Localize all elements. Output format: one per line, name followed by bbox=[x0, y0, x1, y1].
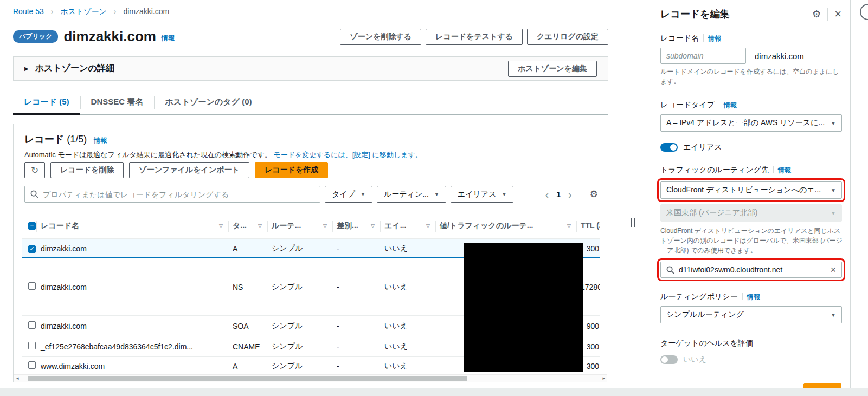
previous-page-icon[interactable]: ‹ bbox=[545, 189, 549, 200]
redacted-value-column bbox=[464, 243, 583, 372]
row-checkbox[interactable] bbox=[28, 282, 36, 290]
row-checkbox[interactable] bbox=[28, 321, 36, 329]
row-checkbox[interactable]: ✓ bbox=[28, 245, 36, 253]
records-description: Automatic モードは最適なフィルタ結果に最適化された現在の検索動作です。… bbox=[24, 150, 422, 160]
tab-records[interactable]: レコード (5) bbox=[13, 92, 80, 114]
breadcrumb-hosted-zones[interactable]: ホストゾーン bbox=[60, 7, 107, 16]
record-type-cell: SOA bbox=[228, 322, 267, 330]
region-value: 米国東部 (バージニア北部) bbox=[666, 208, 758, 218]
import-zone-file-button[interactable]: ゾーンファイルをインポート bbox=[129, 162, 249, 178]
clear-endpoint-icon[interactable]: × bbox=[830, 265, 836, 275]
routing-cell: シンプル bbox=[267, 361, 332, 371]
records-card: レコード (1/5) 情報 Automatic モードは最適なフィルタ結果に最適… bbox=[13, 124, 608, 382]
column-header[interactable]: エイ...▽ bbox=[380, 213, 435, 238]
scrollbar-thumb[interactable] bbox=[28, 376, 467, 381]
record-name-label-text: レコード名 bbox=[660, 34, 699, 42]
row-checkbox[interactable] bbox=[28, 342, 36, 349]
next-page-icon[interactable]: › bbox=[568, 189, 572, 200]
column-header[interactable]: タ...▽ bbox=[228, 213, 267, 238]
edit-hosted-zone-button[interactable]: ホストゾーンを編集 bbox=[508, 61, 597, 77]
endpoint-search-box[interactable]: × bbox=[660, 262, 842, 278]
caret-down-icon: ▼ bbox=[831, 187, 836, 193]
caret-down-icon: ▼ bbox=[831, 312, 836, 318]
page-number[interactable]: 1 bbox=[556, 190, 561, 199]
delete-record-button[interactable]: レコードを削除 bbox=[50, 162, 124, 178]
record-type-label-text: レコードタイプ bbox=[660, 100, 715, 109]
differentiator-cell: - bbox=[332, 283, 380, 291]
hosted-zone-details-expander[interactable]: ▶ ホストゾーンの詳細 ホストゾーンを編集 bbox=[13, 56, 608, 81]
differentiator-cell: - bbox=[332, 244, 380, 253]
alias-toggle[interactable] bbox=[660, 143, 678, 152]
hosted-zone-details-label: ホストゾーンの詳細 bbox=[35, 63, 114, 74]
row-checkbox[interactable] bbox=[28, 361, 36, 369]
record-type-label: レコードタイプ情報 bbox=[660, 100, 841, 110]
evaluate-health-toggle bbox=[660, 355, 678, 364]
query-logging-button[interactable]: クエリログの設定 bbox=[527, 29, 608, 45]
caret-down-icon: ▼ bbox=[831, 120, 836, 126]
refresh-icon: ↻ bbox=[31, 165, 38, 176]
panel-close-icon[interactable]: × bbox=[834, 8, 841, 20]
panel-settings-gear-icon[interactable]: ⚙ bbox=[812, 8, 821, 20]
filter-alias-label: エイリアス bbox=[458, 190, 497, 199]
column-header-label: 値/トラフィックのルーテ... bbox=[440, 221, 533, 231]
caret-down-icon: ▼ bbox=[361, 192, 365, 197]
delete-zone-button[interactable]: ゾーンを削除する bbox=[340, 29, 421, 45]
column-header[interactable]: TTL (秒 bbox=[576, 213, 600, 238]
route-traffic-label-text: トラフィックのルーティング先 bbox=[660, 165, 769, 174]
filter-alias-dropdown[interactable]: エイリアス ▼ bbox=[451, 186, 514, 203]
record-type-info-link[interactable]: 情報 bbox=[724, 101, 737, 109]
records-settings-link[interactable]: モードを変更するには、[設定] に移動します。 bbox=[274, 151, 422, 159]
records-info-link[interactable]: 情報 bbox=[94, 137, 107, 144]
records-filter-input[interactable] bbox=[43, 190, 314, 199]
record-name-info-link[interactable]: 情報 bbox=[708, 35, 721, 42]
sort-icon: ▽ bbox=[219, 223, 223, 229]
records-description-text: Automatic モードは最適なフィルタ結果に最適化された現在の検索動作です。 bbox=[24, 151, 272, 159]
records-count: (1/5) bbox=[67, 134, 87, 145]
evaluate-health-label: ターゲットのヘルスを評価 bbox=[660, 339, 841, 348]
caret-down-icon: ▼ bbox=[434, 192, 439, 197]
routing-policy-label: ルーティングポリシー情報 bbox=[660, 292, 841, 302]
alias-toggle-row: エイリアス bbox=[660, 142, 841, 152]
filter-routing-label: ルーティン... bbox=[384, 190, 429, 199]
record-type-select[interactable]: A – IPv4 アドレスと一部の AWS リソースに... ▼ bbox=[660, 114, 842, 132]
title-info-link[interactable]: 情報 bbox=[162, 34, 175, 43]
breadcrumb-route53[interactable]: Route 53 bbox=[13, 7, 44, 16]
routing-policy-info-link[interactable]: 情報 bbox=[747, 293, 760, 301]
record-name-cell: www.dimzakki.com bbox=[36, 362, 228, 371]
public-badge: パブリック bbox=[13, 30, 58, 43]
differentiator-cell: - bbox=[332, 342, 380, 351]
refresh-button[interactable]: ↻ bbox=[24, 162, 45, 178]
records-card-title: レコード (1/5) 情報 bbox=[24, 133, 107, 146]
select-all-checkbox[interactable]: − bbox=[28, 222, 36, 230]
page-header: パブリック dimzakki.com 情報 ゾーンを削除する レコードをテストす… bbox=[13, 28, 608, 45]
caret-down-icon: ▼ bbox=[831, 210, 836, 216]
route53-console: Route 53 › ホストゾーン › dimzakki.com パブリック d… bbox=[0, 0, 868, 396]
scroll-right-icon[interactable]: ▸ bbox=[602, 375, 605, 381]
routing-policy-select[interactable]: シンプルルーティング ▼ bbox=[660, 306, 842, 323]
scroll-left-icon[interactable]: ◂ bbox=[16, 375, 19, 381]
records-search-box[interactable] bbox=[24, 186, 320, 203]
table-settings-gear-icon[interactable]: ⚙ bbox=[590, 189, 598, 200]
expander-arrow-icon: ▶ bbox=[24, 66, 29, 72]
create-record-button[interactable]: レコードを作成 bbox=[255, 162, 328, 178]
filter-routing-dropdown[interactable]: ルーティン... ▼ bbox=[377, 186, 446, 203]
column-header[interactable]: ルーテ...▽ bbox=[267, 213, 332, 238]
tab-dnssec[interactable]: DNSSEC 署名 bbox=[80, 92, 155, 114]
route-traffic-select[interactable]: CloudFront ディストリビューションへのエ... ▼ bbox=[660, 181, 842, 199]
endpoint-input[interactable] bbox=[679, 265, 830, 274]
column-header[interactable]: レコード名▽ bbox=[36, 213, 228, 238]
filter-type-dropdown[interactable]: タイプ ▼ bbox=[325, 186, 372, 203]
test-records-button[interactable]: レコードをテストする bbox=[426, 29, 523, 45]
tab-hosted-zone-tags[interactable]: ホストゾーンのタグ (0) bbox=[154, 92, 262, 114]
panel-header-divider bbox=[827, 8, 828, 21]
column-header[interactable]: 差別...▽ bbox=[332, 213, 380, 238]
horizontal-scrollbar[interactable]: ◂ ▸ bbox=[14, 374, 607, 382]
column-header-label: TTL (秒 bbox=[581, 221, 600, 231]
column-header[interactable]: 値/トラフィックのルーテ...▽ bbox=[435, 213, 576, 238]
panel-resize-handle[interactable] bbox=[631, 218, 637, 227]
route-traffic-info-link[interactable]: 情報 bbox=[778, 166, 791, 174]
column-header-label: 差別... bbox=[337, 221, 358, 231]
sort-icon: ▽ bbox=[258, 223, 262, 229]
subdomain-input[interactable] bbox=[660, 48, 746, 64]
search-icon bbox=[666, 266, 674, 274]
